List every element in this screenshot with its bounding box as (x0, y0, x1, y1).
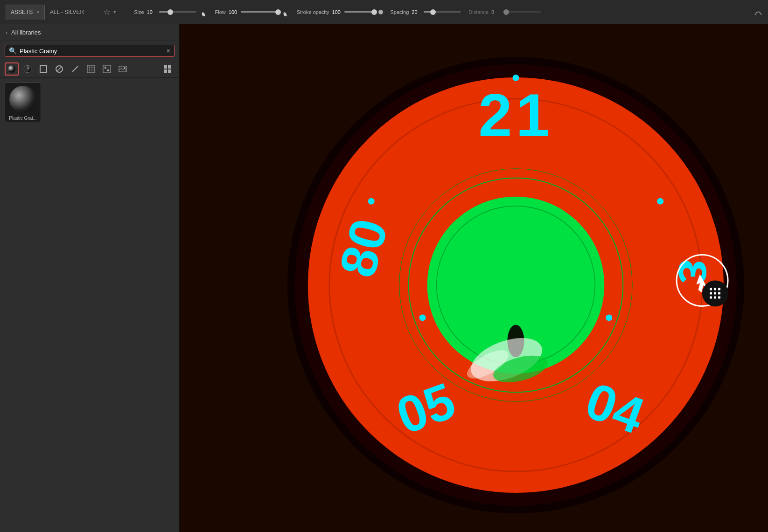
svg-point-2 (8, 65, 15, 73)
svg-rect-22 (164, 69, 167, 73)
filter-row (0, 61, 179, 78)
brush-name-plastic-grainy: Plastic Grai... (5, 115, 41, 122)
svg-point-45 (419, 314, 426, 321)
svg-rect-54 (714, 292, 716, 294)
distance-label: Distance (468, 9, 489, 15)
filter-texture-button[interactable] (84, 62, 98, 76)
svg-line-8 (57, 67, 62, 71)
svg-rect-58 (718, 296, 720, 298)
svg-rect-55 (718, 292, 720, 294)
svg-rect-53 (710, 292, 712, 294)
svg-rect-57 (714, 296, 716, 298)
flow-label: Flow (215, 9, 226, 15)
chevron-down-icon: ▾ (113, 9, 116, 15)
svg-rect-16 (105, 67, 106, 69)
spacing-value: 20 (412, 9, 421, 15)
svg-rect-52 (718, 288, 720, 290)
curve-icon (754, 8, 762, 16)
search-bar[interactable]: 🔍 × (5, 45, 175, 57)
filter-line-button[interactable] (68, 62, 82, 76)
flow-brush-icon (281, 8, 289, 16)
svg-point-44 (657, 198, 663, 205)
distance-value: 8 (491, 9, 501, 15)
flow-control: Flow 100 (215, 8, 289, 16)
spacing-label: Spacing (391, 9, 409, 15)
expand-libraries-icon[interactable]: › (6, 29, 7, 36)
svg-point-43 (368, 198, 375, 205)
flow-slider[interactable] (241, 11, 278, 13)
svg-rect-15 (103, 65, 111, 73)
panel-header: › All libraries (0, 24, 179, 41)
filter-square-button[interactable] (36, 62, 50, 76)
left-panel: › All libraries 🔍 × (0, 24, 180, 532)
spacing-slider[interactable] (424, 11, 461, 13)
distance-slider[interactable] (503, 11, 541, 13)
svg-point-42 (512, 75, 519, 81)
search-icon: 🔍 (9, 47, 17, 55)
assets-tab-label: ASSETS (11, 9, 33, 15)
tab-bar: ASSETS × ALL - SILVER (6, 0, 89, 24)
svg-point-1 (283, 12, 287, 16)
stroke-opacity-slider[interactable] (344, 10, 383, 14)
tab-assets[interactable]: ASSETS × (6, 5, 45, 20)
svg-rect-6 (40, 66, 47, 72)
brush-grid: Plastic Grai... (0, 78, 179, 127)
size-label: Size (134, 9, 144, 15)
star-icon[interactable]: ☆ (103, 7, 111, 17)
spacing-control: Spacing 20 (391, 9, 461, 15)
brush-tip-icon (199, 8, 208, 16)
svg-point-19 (124, 67, 126, 69)
svg-rect-10 (87, 65, 95, 73)
svg-rect-50 (710, 288, 712, 290)
svg-point-46 (606, 314, 612, 321)
brush-controls: Size 10 Flow 100 Stroke opa (134, 8, 746, 16)
clear-search-icon[interactable]: × (167, 47, 170, 55)
artwork-svg: 21 80 ε 05 04 (180, 24, 768, 532)
tab-all-silver[interactable]: ALL - SILVER (45, 5, 89, 20)
all-libraries-label: All libraries (11, 29, 41, 36)
svg-text:21: 21 (478, 81, 553, 149)
stroke-opacity-control: Stroke opacity 100 (297, 9, 383, 15)
filter-pattern-button[interactable] (100, 62, 114, 76)
all-silver-tab-label: ALL - SILVER (50, 9, 84, 15)
star-group: ☆ ▾ (103, 7, 116, 17)
flow-value: 100 (229, 9, 238, 15)
canvas-area[interactable]: 21 80 ε 05 04 (180, 24, 768, 532)
stroke-opacity-label: Stroke opacity (297, 9, 329, 15)
size-slider[interactable] (159, 11, 196, 13)
brush-item-plastic-grainy[interactable]: Plastic Grai... (5, 83, 41, 122)
svg-rect-17 (107, 69, 109, 71)
distance-control: Distance 8 (468, 9, 541, 15)
toolbar-right (754, 8, 762, 16)
search-input[interactable] (20, 48, 164, 55)
filter-half-sphere-button[interactable] (21, 62, 35, 76)
filter-sphere-button[interactable] (5, 62, 19, 76)
filter-circle-button[interactable] (52, 62, 66, 76)
grid-view-button[interactable] (161, 62, 175, 76)
svg-rect-23 (168, 69, 171, 73)
svg-rect-51 (714, 288, 716, 290)
svg-rect-56 (710, 296, 712, 298)
size-control: Size 10 (134, 8, 207, 16)
filter-image-button[interactable] (116, 62, 130, 76)
size-value: 10 (147, 9, 156, 15)
svg-rect-21 (168, 65, 171, 69)
brush-ball (9, 86, 36, 113)
main-toolbar: ASSETS × ALL - SILVER ☆ ▾ Size 10 Flow (0, 0, 768, 24)
main-content: › All libraries 🔍 × (0, 24, 768, 532)
svg-line-9 (72, 66, 78, 72)
svg-rect-20 (164, 65, 167, 69)
brush-preview-plastic-grainy (7, 85, 39, 114)
stroke-opacity-value: 100 (332, 9, 342, 15)
assets-tab-close[interactable]: × (36, 9, 39, 15)
svg-point-0 (201, 12, 206, 16)
